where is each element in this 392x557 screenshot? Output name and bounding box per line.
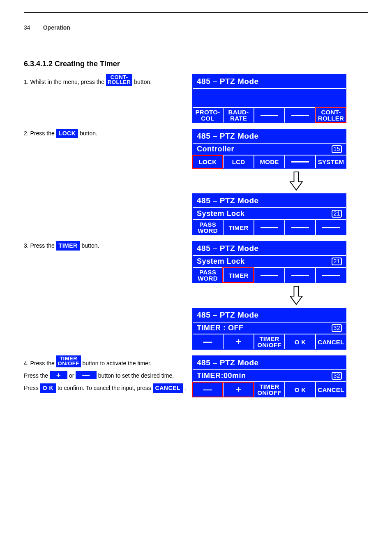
tab-plus[interactable]: + [223,382,254,397]
header-rule [24,12,368,13]
tab-empty [315,268,346,283]
tab-lock[interactable]: LOCK [193,155,223,168]
lcd-subtitle: TIMER:00min 32 [193,369,346,381]
lcd-screen-2: 485 – PTZ Mode Controller 15 LOCK LCD MO… [192,129,346,169]
tab-empty [284,108,315,123]
scroll-indicator: 32 [332,324,342,332]
step-3-text: 3. Press the TIMER button. [24,241,192,251]
tab-password[interactable]: PASSWORD [193,220,223,235]
scroll-indicator: 15 [332,145,342,153]
tab-protocol[interactable]: PROTO-COL [193,108,223,123]
lock-button-label: LOCK [56,129,78,138]
page-number: 34 [24,24,30,31]
tab-empty [254,220,284,235]
tab-empty [254,108,284,123]
lcd-screen-1: 485 – PTZ Mode PROTO-COL BAUD-RATE CONT-… [192,74,346,123]
tab-empty [315,220,346,235]
lcd-subtitle: System Lock 21 [193,255,346,267]
lcd-screen-4: 485 – PTZ Mode System Lock 21 PASSWORD T… [192,241,346,283]
scroll-indicator: 21 [332,210,342,218]
tab-password[interactable]: PASSWORD [193,268,223,283]
tab-cancel[interactable]: CANCEL [315,334,346,349]
lcd-subtitle: TIMER : OFF 32 [193,322,346,334]
step-2-text: 2. Press the LOCK button. [24,129,192,138]
lcd-title: 485 – PTZ Mode [193,194,346,207]
tab-timer[interactable]: TIMER [223,268,254,283]
tab-timer[interactable]: TIMER [223,220,254,235]
tab-cancel[interactable]: CANCEL [315,382,346,397]
lcd-subtitle: System Lock 21 [193,207,346,219]
tab-minus[interactable]: — [193,334,223,349]
tab-ok[interactable]: O K [284,382,315,397]
tab-empty [254,268,284,283]
tab-row: — + TIMERON/OFF O K CANCEL [193,334,346,349]
tab-minus[interactable]: — [193,382,223,397]
tab-row: LOCK LCD MODE SYSTEM [193,155,346,168]
step-1-text: 1. Whilst in the menu, press the CONT- R… [24,74,192,86]
arrow-down-icon [192,169,346,193]
tab-timer-onoff[interactable]: TIMERON/OFF [254,334,284,349]
arrow-down-icon [192,283,346,308]
lcd-title: 485 – PTZ Mode [193,241,346,255]
section-title: 6.3.4.1.2 Creating the Timer [24,60,368,68]
lcd-screen-6: 485 – PTZ Mode TIMER:00min 32 — + TIMERO… [192,355,346,397]
lcd-screen-3: 485 – PTZ Mode System Lock 21 PASSWORD T… [192,193,346,235]
tab-row: — + TIMERON/OFF O K CANCEL [193,381,346,397]
tab-mode[interactable]: MODE [254,155,284,168]
tab-system[interactable]: SYSTEM [315,155,346,168]
tab-row: PASSWORD TIMER [193,267,346,283]
tab-row: PASSWORD TIMER [193,219,346,235]
tab-timer-onoff[interactable]: TIMERON/OFF [254,382,284,397]
lcd-screen-5: 485 – PTZ Mode TIMER : OFF 32 — + TIMERO… [192,308,346,350]
tab-empty [284,268,315,283]
controller-button-label: CONT- ROLLER [106,74,132,86]
minus-button-label: — [76,371,97,379]
plus-button-label: + [50,371,67,379]
scroll-indicator: 21 [332,258,342,265]
tab-plus[interactable]: + [223,334,254,349]
timer-button-label: TIMER [56,241,80,251]
tab-lcd[interactable]: LCD [223,155,254,168]
tab-empty [284,220,315,235]
tab-empty [284,155,315,168]
ok-button-label: O K [40,383,56,393]
page-header: 34 Operation [24,24,368,31]
tab-controller[interactable]: CONT-ROLLER [315,108,346,123]
tab-row: PROTO-COL BAUD-RATE CONT-ROLLER [193,107,346,123]
lcd-title: 485 – PTZ Mode [193,308,346,322]
lcd-title: 485 – PTZ Mode [193,74,346,88]
tab-ok[interactable]: O K [284,334,315,349]
tab-baudrate[interactable]: BAUD-RATE [223,108,254,123]
scroll-indicator: 32 [332,372,342,380]
lcd-subtitle: Controller 15 [193,143,346,155]
cancel-button-label: CANCEL [153,383,183,393]
lcd-title: 485 – PTZ Mode [193,356,346,369]
lcd-title: 485 – PTZ Mode [193,129,346,143]
timer-onoff-button-label: TIMER ON/OFF [56,355,81,367]
step-4-text: 4. Press the TIMER ON/OFF button to acti… [24,355,192,393]
page-header-title: Operation [43,24,70,31]
